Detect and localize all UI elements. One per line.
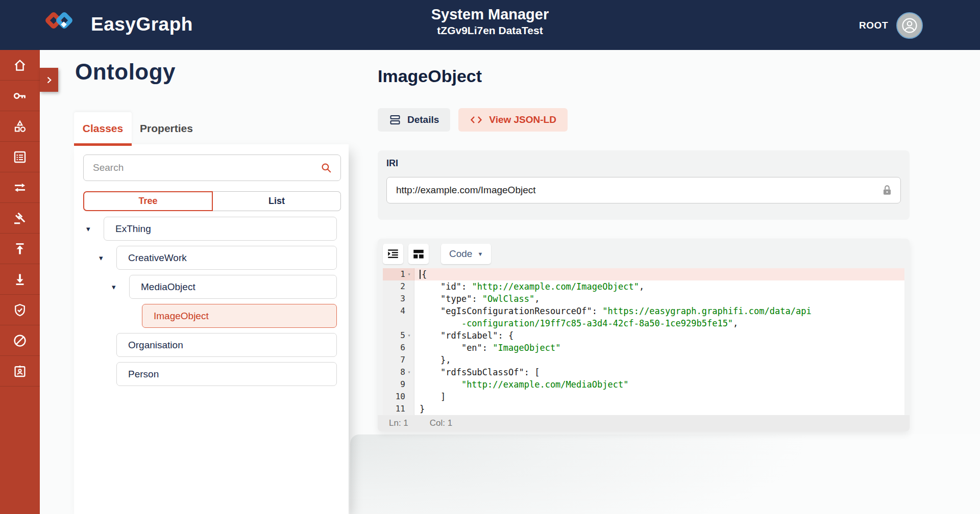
code-text: "rdfsSubClassOf": [ xyxy=(414,366,540,378)
user-circle-icon xyxy=(901,17,918,34)
line-number: 10 xyxy=(383,391,414,403)
iri-label: IRI xyxy=(386,158,398,169)
page-bottom-background xyxy=(350,434,980,514)
user-area: ROOT xyxy=(859,12,923,39)
tree-view-button[interactable]: Tree xyxy=(83,191,213,211)
shield-check-icon xyxy=(12,302,28,318)
code-text: "http://example.com/MediaObject" xyxy=(414,378,628,391)
code-text: "id": "http://example.com/ImageObject", xyxy=(414,280,644,293)
text-cursor xyxy=(420,270,421,279)
sidebar-item-gavel[interactable] xyxy=(0,203,40,234)
format-indent-button[interactable] xyxy=(383,244,403,264)
sidebar-item-upload[interactable] xyxy=(0,234,40,264)
compact-layout-button[interactable] xyxy=(408,244,429,264)
code-line[interactable]: 7 }, xyxy=(383,354,904,366)
json-code-editor[interactable]: 1▾{2 "id": "http://example.com/ImageObje… xyxy=(383,268,904,415)
tree-item-person[interactable]: Person xyxy=(116,362,337,386)
search-box xyxy=(83,155,341,181)
line-indicator: Ln: 1 xyxy=(389,418,408,428)
code-line[interactable]: 8▾ "rdfsSubClassOf": [ xyxy=(383,366,904,378)
code-icon xyxy=(470,114,483,125)
code-text: { xyxy=(414,268,427,280)
view-json-ld-button-label: View JSON-LD xyxy=(489,114,556,125)
code-line[interactable]: 1▾{ xyxy=(383,268,904,280)
icon-sidebar xyxy=(0,50,40,514)
caret-down-icon[interactable]: ▾ xyxy=(85,224,104,234)
form-icon xyxy=(12,149,28,165)
tab-classes[interactable]: Classes xyxy=(74,112,132,144)
editor-mode-dropdown[interactable]: Code ▼ xyxy=(441,244,491,264)
column-indicator: Col: 1 xyxy=(430,418,452,428)
search-icon[interactable] xyxy=(320,162,333,176)
tree-row: ▾MediaObject xyxy=(85,275,349,299)
tree-item-exthing[interactable]: ExThing xyxy=(104,217,337,241)
sidebar-item-shapes[interactable] xyxy=(0,111,40,142)
line-number xyxy=(383,317,414,329)
sidebar-item-download[interactable] xyxy=(0,264,40,295)
rows-icon xyxy=(389,114,401,126)
code-text: "en": "ImageObject" xyxy=(414,342,560,354)
details-button-label: Details xyxy=(407,114,439,125)
code-text: "egIsConfigurationResourceOf": "https://… xyxy=(414,305,812,317)
tree-item-creativework[interactable]: CreativeWork xyxy=(116,246,337,270)
home-icon xyxy=(12,58,28,73)
tree-item-mediaobject[interactable]: MediaObject xyxy=(129,275,337,299)
classes-panel: Tree List ▾ExThing▾CreativeWork▾MediaObj… xyxy=(74,144,349,514)
code-line[interactable]: -configuration/19ff7c85-a3d4-42cf-8a50-1… xyxy=(383,317,904,329)
tab-properties[interactable]: Properties xyxy=(134,112,199,144)
iri-card: IRI xyxy=(378,150,910,220)
sidebar-item-id-badge[interactable] xyxy=(0,356,40,387)
caret-down-icon[interactable]: ▾ xyxy=(111,282,129,292)
list-view-button[interactable]: List xyxy=(213,191,341,211)
line-number: 6 xyxy=(383,342,414,354)
header-titles: System Manager tZGv9Li7en DataTest xyxy=(286,6,694,37)
format-indent-icon xyxy=(386,247,400,261)
code-line[interactable]: 11} xyxy=(383,403,904,415)
fold-caret-icon[interactable]: ▾ xyxy=(405,366,413,378)
fold-caret-icon[interactable]: ▾ xyxy=(405,268,413,280)
tree-item-organisation[interactable]: Organisation xyxy=(116,333,337,357)
caret-down-icon[interactable]: ▾ xyxy=(98,253,116,263)
line-number: 8▾ xyxy=(383,366,414,378)
code-line[interactable]: 4 "egIsConfigurationResourceOf": "https:… xyxy=(383,305,904,317)
code-text: -configuration/19ff7c85-a3d4-42cf-8a50-1… xyxy=(414,317,738,329)
sidebar-item-home[interactable] xyxy=(0,50,40,81)
details-button[interactable]: Details xyxy=(378,108,450,132)
code-line[interactable]: 3 "type": "OwlClass", xyxy=(383,293,904,305)
line-number: 2 xyxy=(383,280,414,293)
sidebar-item-form[interactable] xyxy=(0,142,40,172)
sidebar-item-key[interactable] xyxy=(0,81,40,111)
sidebar-item-block[interactable] xyxy=(0,325,40,356)
brand[interactable]: EasyGraph xyxy=(47,8,193,41)
code-line[interactable]: 2 "id": "http://example.com/ImageObject"… xyxy=(383,280,904,293)
sidebar-item-swap-arrows[interactable] xyxy=(0,172,40,203)
search-input[interactable] xyxy=(83,155,341,181)
code-line[interactable]: 5▾ "rdfsLabel": { xyxy=(383,329,904,342)
view-json-ld-button[interactable]: View JSON-LD xyxy=(458,108,568,132)
chevron-right-icon xyxy=(44,75,54,85)
fold-caret-icon[interactable]: ▾ xyxy=(405,329,413,342)
line-number: 3 xyxy=(383,293,414,305)
tree-item-imageobject[interactable]: ImageObject xyxy=(142,304,337,328)
user-avatar[interactable] xyxy=(896,12,923,39)
code-line[interactable]: 6 "en": "ImageObject" xyxy=(383,342,904,354)
code-line[interactable]: 9 "http://example.com/MediaObject" xyxy=(383,378,904,391)
upload-icon xyxy=(12,241,28,256)
iri-input[interactable] xyxy=(386,177,901,203)
swap-arrows-icon xyxy=(12,180,28,195)
tree-row: Organisation xyxy=(85,333,349,357)
sidebar-item-shield-check[interactable] xyxy=(0,295,40,325)
code-line[interactable]: 10 ] xyxy=(383,391,904,403)
line-number: 5▾ xyxy=(383,329,414,342)
app-title: System Manager xyxy=(286,6,694,23)
tree-row: Person xyxy=(85,362,349,386)
key-icon xyxy=(12,88,28,104)
easygraph-logo-icon xyxy=(47,8,81,41)
line-number: 7 xyxy=(383,354,414,366)
view-toggle: Tree List xyxy=(83,191,341,211)
shapes-icon xyxy=(12,119,28,134)
class-tree: ▾ExThing▾CreativeWork▾MediaObjectImageOb… xyxy=(85,217,349,391)
tree-row: ▾ExThing xyxy=(85,217,349,241)
page-title: Ontology xyxy=(75,59,176,85)
sidebar-expand-button[interactable] xyxy=(40,68,58,92)
